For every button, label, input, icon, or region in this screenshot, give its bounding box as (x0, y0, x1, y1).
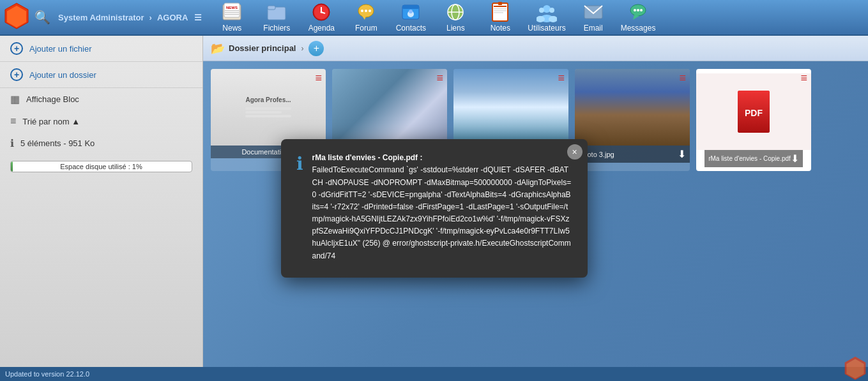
nav-item-forum[interactable]: Forum (344, 0, 388, 35)
svg-rect-6 (225, 12, 239, 13)
svg-point-34 (543, 5, 551, 13)
nav-item-email[interactable]: Email (571, 0, 616, 35)
nav-label-notes: Notes (491, 24, 510, 33)
svg-rect-30 (494, 8, 506, 10)
nav-label-contacts: Contacts (396, 24, 426, 33)
svg-point-19 (369, 10, 371, 12)
svg-point-18 (365, 10, 367, 12)
nav-menu-icon[interactable]: ☰ (194, 13, 202, 22)
fichiers-icon (266, 2, 287, 22)
nav-item-contacts[interactable]: Contacts (388, 0, 433, 35)
modal-overlay: × ℹ rMa liste d'envies - Copie.pdf : Fai… (0, 36, 868, 381)
forum-icon (356, 2, 376, 22)
utilisateurs-icon (537, 2, 557, 22)
nav-label-email: Email (584, 24, 603, 33)
nav-label-agenda: Agenda (308, 24, 335, 33)
svg-point-35 (539, 8, 544, 13)
svg-rect-31 (494, 10, 506, 11)
contacts-icon (400, 2, 421, 22)
messages-icon (628, 2, 648, 22)
app-logo[interactable] (3, 2, 31, 33)
svg-point-43 (634, 9, 636, 11)
notes-icon (490, 2, 510, 22)
breadcrumb-user: System Administrator (58, 13, 144, 22)
svg-rect-9 (268, 6, 275, 10)
nav-item-notes[interactable]: Notes (478, 0, 522, 35)
error-modal: × ℹ rMa liste d'envies - Copie.pdf : Fai… (281, 139, 588, 278)
svg-marker-16 (362, 16, 366, 20)
nav-label-news: News (222, 24, 241, 33)
svg-point-14 (321, 11, 323, 13)
modal-title: rMa liste d'envies - Copie.pdf : (312, 153, 423, 162)
svg-rect-7 (225, 14, 239, 15)
nav-item-agenda[interactable]: Agenda (299, 0, 344, 35)
top-nav: 🔍 System Administrator › AGORA ☰ NEWS Ne… (0, 0, 868, 36)
breadcrumb: System Administrator › AGORA ☰ (56, 13, 204, 22)
search-icon[interactable]: 🔍 (34, 10, 50, 25)
svg-text:NEWS: NEWS (226, 6, 238, 10)
svg-rect-32 (494, 12, 503, 13)
svg-point-36 (549, 8, 554, 13)
svg-rect-21 (402, 5, 419, 9)
svg-point-17 (361, 10, 363, 12)
nav-label-fichiers: Fichiers (263, 24, 290, 33)
modal-close-button[interactable]: × (567, 144, 582, 160)
svg-point-45 (640, 9, 643, 11)
modal-text: rMa liste d'envies - Copie.pdf : FailedT… (312, 152, 572, 262)
nav-label-liens: Liens (446, 24, 465, 33)
nav-label-forum: Forum (355, 24, 377, 33)
email-icon (583, 2, 604, 22)
nav-items: NEWS News Fichiers Agenda Forum (209, 0, 865, 35)
nav-label-messages: Messages (621, 24, 656, 33)
liens-icon (445, 2, 466, 22)
nav-item-fichiers[interactable]: Fichiers (254, 0, 299, 35)
nav-label-utilisateurs: Utilisateurs (528, 24, 565, 33)
modal-error-text: FailedToExecuteCommand `gs' -sstdout=%st… (312, 165, 572, 260)
svg-rect-5 (225, 10, 239, 11)
svg-rect-33 (498, 2, 502, 5)
svg-point-23 (409, 10, 413, 13)
modal-body: ℹ rMa liste d'envies - Copie.pdf : Faile… (296, 152, 572, 262)
nav-item-utilisateurs[interactable]: Utilisateurs (522, 0, 570, 35)
svg-rect-29 (494, 6, 506, 7)
nav-item-messages[interactable]: Messages (616, 0, 661, 35)
nav-item-liens[interactable]: Liens (433, 0, 478, 35)
breadcrumb-app: AGORA (157, 13, 188, 22)
agenda-icon (311, 2, 331, 22)
info-icon: ℹ (296, 153, 303, 174)
news-icon: NEWS (222, 2, 242, 22)
nav-item-news[interactable]: NEWS News (209, 0, 254, 35)
svg-point-44 (637, 9, 639, 11)
